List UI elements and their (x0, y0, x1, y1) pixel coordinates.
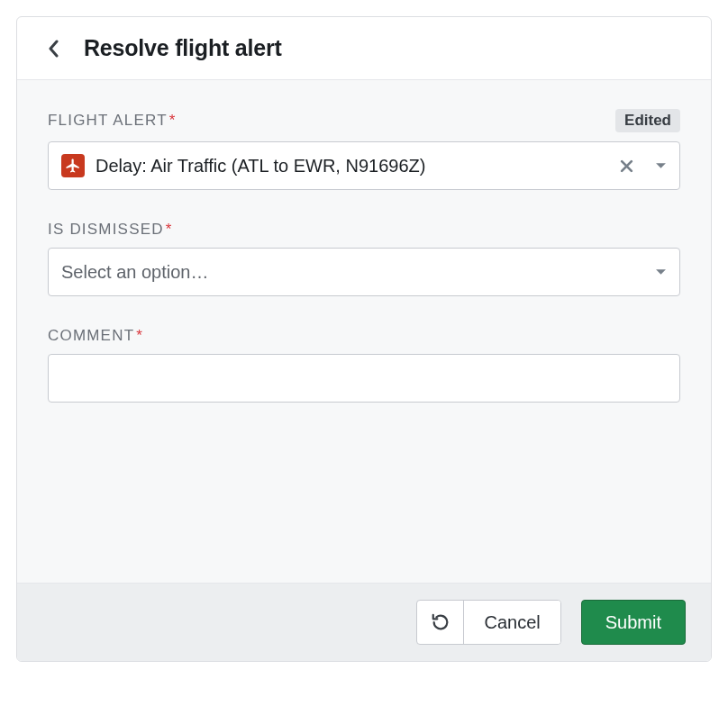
back-button[interactable] (42, 38, 64, 59)
flight-alert-select[interactable]: Delay: Air Traffic (ATL to EWR, N91696Z) (48, 141, 680, 190)
flight-alert-label: FLIGHT ALERT* (48, 112, 177, 130)
is-dismissed-select[interactable]: Select an option… (48, 248, 680, 296)
label-text: FLIGHT ALERT (48, 112, 168, 129)
comment-input[interactable] (48, 354, 680, 403)
required-asterisk: * (166, 221, 173, 238)
clear-icon[interactable] (618, 158, 634, 174)
chevron-left-icon (48, 40, 59, 58)
caret-down-icon (654, 266, 667, 278)
plane-icon (61, 154, 85, 177)
edited-badge: Edited (615, 109, 680, 132)
reset-button[interactable] (417, 601, 464, 644)
cancel-button-group: Cancel (416, 600, 560, 645)
label-text: IS DISMISSED (48, 221, 164, 238)
is-dismissed-label: IS DISMISSED* (48, 221, 173, 239)
is-dismissed-field: IS DISMISSED* Select an option… (48, 221, 680, 296)
panel-header: Resolve flight alert (17, 17, 711, 80)
label-row: COMMENT* (48, 327, 680, 345)
reset-icon (431, 612, 450, 632)
page-title: Resolve flight alert (84, 35, 282, 61)
is-dismissed-placeholder: Select an option… (61, 262, 634, 283)
panel-body: FLIGHT ALERT* Edited Delay: Air Traffic … (17, 80, 711, 583)
required-asterisk: * (169, 112, 177, 129)
submit-button[interactable]: Submit (581, 600, 686, 645)
label-row: IS DISMISSED* (48, 221, 680, 239)
cancel-button[interactable]: Cancel (464, 601, 560, 644)
comment-field: COMMENT* (48, 327, 680, 403)
flight-alert-field: FLIGHT ALERT* Edited Delay: Air Traffic … (48, 109, 680, 190)
resolve-flight-alert-panel: Resolve flight alert FLIGHT ALERT* Edite… (16, 16, 712, 662)
caret-down-icon (654, 159, 667, 172)
required-asterisk: * (136, 327, 143, 344)
flight-alert-value: Delay: Air Traffic (ATL to EWR, N91696Z) (96, 156, 607, 176)
label-row: FLIGHT ALERT* Edited (48, 109, 680, 132)
comment-label: COMMENT* (48, 327, 143, 345)
panel-footer: Cancel Submit (17, 583, 711, 661)
label-text: COMMENT (48, 327, 134, 344)
